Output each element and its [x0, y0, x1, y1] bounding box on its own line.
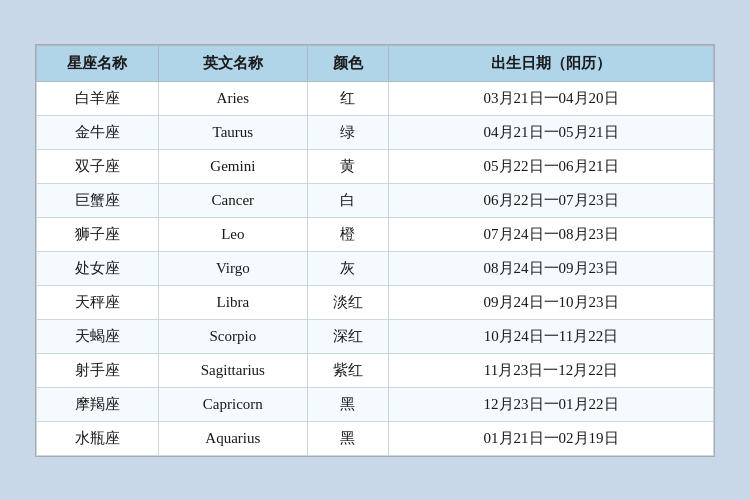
cell-date: 08月24日一09月23日	[389, 251, 714, 285]
cell-en: Leo	[158, 217, 307, 251]
zodiac-table: 星座名称 英文名称 颜色 出生日期（阳历） 白羊座Aries红03月21日一04…	[36, 45, 714, 456]
cell-color: 紫红	[307, 353, 388, 387]
cell-en: Capricorn	[158, 387, 307, 421]
header-color: 颜色	[307, 45, 388, 81]
header-date: 出生日期（阳历）	[389, 45, 714, 81]
cell-zh: 天蝎座	[37, 319, 159, 353]
cell-en: Taurus	[158, 115, 307, 149]
cell-zh: 狮子座	[37, 217, 159, 251]
cell-color: 白	[307, 183, 388, 217]
cell-date: 06月22日一07月23日	[389, 183, 714, 217]
cell-zh: 天秤座	[37, 285, 159, 319]
cell-en: Aquarius	[158, 421, 307, 455]
table-row: 处女座Virgo灰08月24日一09月23日	[37, 251, 714, 285]
cell-zh: 摩羯座	[37, 387, 159, 421]
cell-en: Gemini	[158, 149, 307, 183]
cell-en: Virgo	[158, 251, 307, 285]
table-row: 水瓶座Aquarius黑01月21日一02月19日	[37, 421, 714, 455]
cell-color: 黑	[307, 387, 388, 421]
cell-color: 灰	[307, 251, 388, 285]
cell-en: Cancer	[158, 183, 307, 217]
cell-zh: 巨蟹座	[37, 183, 159, 217]
cell-color: 红	[307, 81, 388, 115]
table-row: 白羊座Aries红03月21日一04月20日	[37, 81, 714, 115]
cell-zh: 金牛座	[37, 115, 159, 149]
table-row: 天蝎座Scorpio深红10月24日一11月22日	[37, 319, 714, 353]
header-zh: 星座名称	[37, 45, 159, 81]
cell-en: Aries	[158, 81, 307, 115]
cell-date: 10月24日一11月22日	[389, 319, 714, 353]
header-en: 英文名称	[158, 45, 307, 81]
table-row: 天秤座Libra淡红09月24日一10月23日	[37, 285, 714, 319]
table-row: 射手座Sagittarius紫红11月23日一12月22日	[37, 353, 714, 387]
table-body: 白羊座Aries红03月21日一04月20日金牛座Taurus绿04月21日一0…	[37, 81, 714, 455]
table-row: 摩羯座Capricorn黑12月23日一01月22日	[37, 387, 714, 421]
zodiac-table-wrapper: 星座名称 英文名称 颜色 出生日期（阳历） 白羊座Aries红03月21日一04…	[35, 44, 715, 457]
cell-date: 03月21日一04月20日	[389, 81, 714, 115]
table-row: 金牛座Taurus绿04月21日一05月21日	[37, 115, 714, 149]
table-row: 巨蟹座Cancer白06月22日一07月23日	[37, 183, 714, 217]
cell-date: 07月24日一08月23日	[389, 217, 714, 251]
cell-zh: 水瓶座	[37, 421, 159, 455]
cell-date: 04月21日一05月21日	[389, 115, 714, 149]
cell-color: 黑	[307, 421, 388, 455]
cell-date: 05月22日一06月21日	[389, 149, 714, 183]
cell-date: 01月21日一02月19日	[389, 421, 714, 455]
cell-en: Sagittarius	[158, 353, 307, 387]
cell-color: 绿	[307, 115, 388, 149]
cell-en: Libra	[158, 285, 307, 319]
table-row: 双子座Gemini黄05月22日一06月21日	[37, 149, 714, 183]
cell-color: 黄	[307, 149, 388, 183]
cell-zh: 双子座	[37, 149, 159, 183]
cell-color: 淡红	[307, 285, 388, 319]
cell-en: Scorpio	[158, 319, 307, 353]
cell-date: 12月23日一01月22日	[389, 387, 714, 421]
cell-date: 11月23日一12月22日	[389, 353, 714, 387]
cell-zh: 处女座	[37, 251, 159, 285]
cell-zh: 射手座	[37, 353, 159, 387]
table-header-row: 星座名称 英文名称 颜色 出生日期（阳历）	[37, 45, 714, 81]
cell-color: 深红	[307, 319, 388, 353]
cell-date: 09月24日一10月23日	[389, 285, 714, 319]
table-row: 狮子座Leo橙07月24日一08月23日	[37, 217, 714, 251]
cell-color: 橙	[307, 217, 388, 251]
cell-zh: 白羊座	[37, 81, 159, 115]
